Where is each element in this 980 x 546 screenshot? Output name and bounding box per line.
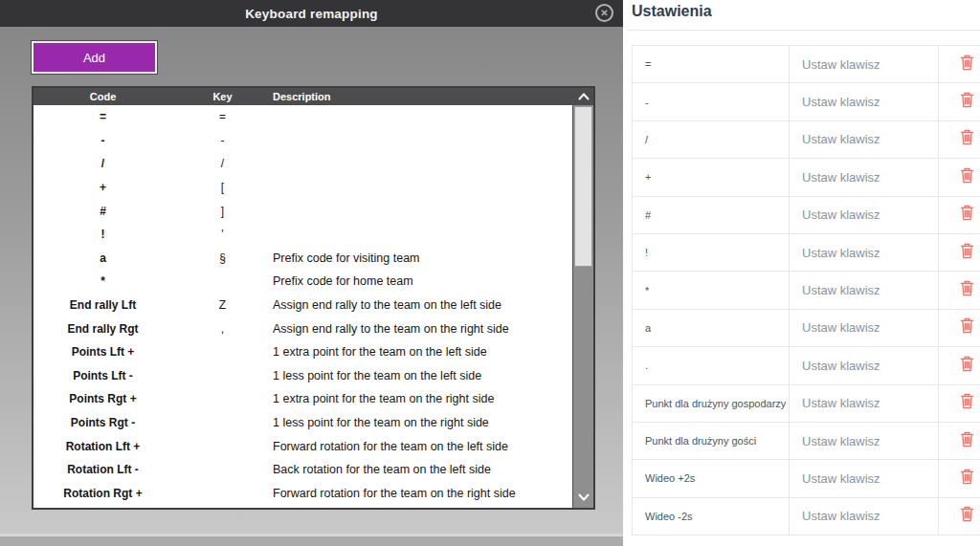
scrollbar[interactable] (572, 88, 593, 508)
set-key-button[interactable]: Ustaw klawisz (789, 45, 939, 83)
delete-button[interactable] (938, 158, 980, 196)
table-row[interactable]: Points Lft -1 less point for the team on… (33, 364, 572, 388)
screen: Add Code Key Description ==--//+[#]!'a§P… (0, 0, 980, 546)
delete-button[interactable] (938, 120, 980, 159)
code-cell: * (33, 274, 172, 288)
dialog-titlebar: Keyboard remapping ✕ (0, 0, 623, 27)
remap-table: Code Key Description ==--//+[#]!'a§Prefi… (32, 86, 595, 510)
keyboard-remapping-dialog: Add Code Key Description ==--//+[#]!'a§P… (0, 0, 623, 546)
shortcut-code-cell: ! (632, 233, 790, 272)
delete-button[interactable] (938, 309, 980, 347)
delete-button[interactable] (938, 196, 980, 234)
table-row[interactable]: !' (33, 223, 572, 247)
scroll-up-icon[interactable] (573, 88, 593, 105)
set-key-button[interactable]: Ustaw klawisz (789, 384, 939, 423)
delete-button[interactable] (938, 271, 980, 309)
key-cell: - (172, 134, 273, 147)
set-key-button[interactable]: Ustaw klawisz (789, 196, 939, 234)
table-row[interactable]: Points Rgt +1 extra point for the team o… (33, 387, 572, 411)
code-cell: a (33, 251, 172, 265)
delete-button[interactable] (938, 497, 980, 535)
set-key-button[interactable]: Ustaw klawisz (789, 459, 939, 497)
set-key-button[interactable]: Ustaw klawisz (789, 497, 939, 535)
shortcut-code-cell: + (632, 158, 790, 196)
trash-icon (960, 469, 974, 489)
key-cell: Z (172, 298, 273, 312)
delete-button[interactable] (938, 45, 980, 83)
trash-icon (960, 317, 974, 338)
remap-table-body: ==--//+[#]!'a§Prefix code for visiting t… (33, 105, 572, 508)
description-cell: 1 extra point for the team on the right … (273, 392, 572, 405)
delete-button[interactable] (938, 459, 980, 497)
shortcut-code-cell: Punkt dla drużyny gości (632, 422, 790, 460)
set-key-button[interactable]: Ustaw klawisz (789, 158, 939, 196)
table-row[interactable]: +[ (33, 176, 572, 200)
table-row[interactable]: Points Rgt -1 less point for the team on… (33, 411, 572, 435)
table-row[interactable]: *Prefix code for home team (33, 270, 572, 294)
trash-icon (960, 243, 974, 263)
table-row[interactable]: #] (33, 199, 572, 223)
set-key-button[interactable]: Ustaw klawisz (789, 120, 939, 159)
description-cell: Prefix code for home team (273, 274, 572, 288)
delete-button[interactable] (938, 384, 980, 423)
delete-button[interactable] (938, 82, 980, 120)
settings-row: .Ustaw klawisz (632, 347, 980, 384)
settings-row: -Ustaw klawisz (632, 83, 980, 120)
table-row[interactable]: == (33, 105, 572, 129)
delete-button[interactable] (938, 422, 980, 460)
set-key-button[interactable]: Ustaw klawisz (789, 346, 939, 384)
trash-icon (960, 356, 974, 376)
trash-icon (960, 92, 974, 112)
table-row[interactable]: a§Prefix code for visiting team (33, 247, 572, 271)
key-cell: ] (172, 205, 273, 218)
table-row[interactable]: -- (33, 129, 572, 153)
header-description: Description (273, 91, 593, 102)
delete-button[interactable] (938, 346, 980, 384)
dialog-title: Keyboard remapping (245, 7, 378, 21)
delete-button[interactable] (938, 233, 980, 272)
shortcut-code-cell: . (632, 346, 790, 384)
settings-row: =Ustaw klawisz (632, 46, 980, 83)
trash-icon (960, 506, 974, 526)
table-row[interactable]: Rotation Rgt +Forward rotation for the t… (33, 482, 572, 506)
table-row[interactable]: End rally LftZAssign end rally to the te… (33, 294, 572, 317)
code-cell: + (33, 181, 172, 194)
code-cell: Points Lft - (33, 369, 172, 382)
settings-row: *Ustaw klawisz (632, 272, 980, 309)
key-cell: = (172, 110, 273, 123)
set-key-button[interactable]: Ustaw klawisz (789, 271, 939, 309)
code-cell: Points Rgt - (33, 416, 172, 429)
add-button[interactable]: Add (32, 41, 157, 74)
table-row[interactable]: End rally Rgt,Assign end rally to the te… (33, 317, 572, 340)
settings-row: aUstaw klawisz (632, 310, 980, 347)
set-key-button[interactable]: Ustaw klawisz (789, 309, 939, 347)
set-key-button[interactable]: Ustaw klawisz (789, 233, 939, 272)
settings-row: !Ustaw klawisz (632, 234, 980, 272)
table-row[interactable]: Rotation Lft -Back rotation for the team… (33, 458, 572, 482)
shortcut-code-cell: - (632, 82, 790, 120)
description-cell: Assign end rally to the team on the left… (273, 298, 572, 312)
key-cell: , (172, 322, 273, 336)
trash-icon (960, 55, 974, 75)
settings-row: Punkt dla drużyny gospodarzyUstaw klawis… (632, 385, 980, 423)
code-cell: Rotation Lft + (33, 440, 172, 453)
trash-icon (960, 205, 974, 225)
set-key-button[interactable]: Ustaw klawisz (789, 422, 939, 460)
trash-icon (960, 129, 974, 149)
background-strip (0, 536, 623, 546)
code-cell: Points Lft + (33, 345, 172, 359)
table-row[interactable]: Rotation Lft +Forward rotation for the t… (33, 434, 572, 458)
scrollbar-thumb[interactable] (574, 106, 592, 267)
description-cell: Forward rotation for the team on the rig… (273, 487, 572, 500)
close-icon[interactable]: ✕ (595, 4, 613, 22)
table-row[interactable]: // (33, 152, 572, 176)
shortcut-code-cell: / (632, 120, 790, 159)
code-cell: ! (33, 228, 172, 241)
close-x-glyph: ✕ (600, 9, 608, 18)
dialog-body: Add Code Key Description ==--//+[#]!'a§P… (0, 27, 623, 535)
description-cell: Back rotation for the team on the left s… (273, 463, 572, 476)
table-row[interactable]: Points Lft +1 extra point for the team o… (33, 340, 572, 364)
shortcut-code-cell: = (632, 45, 790, 83)
set-key-button[interactable]: Ustaw klawisz (789, 82, 939, 120)
scroll-down-icon[interactable] (573, 487, 593, 508)
